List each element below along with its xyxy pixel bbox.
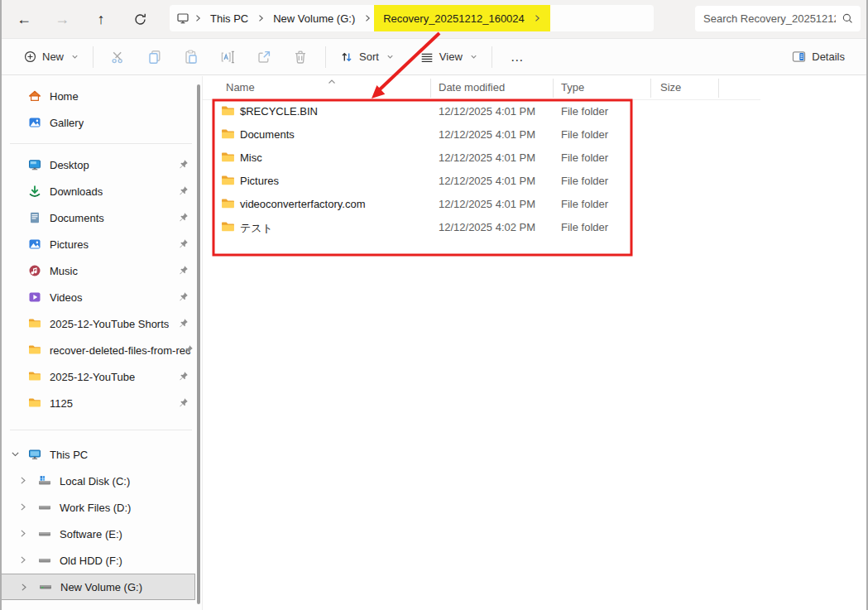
file-date-modified: 12/12/2025 4:02 PM [439, 221, 535, 233]
column-header-size[interactable]: Size [660, 81, 681, 94]
share-button[interactable] [246, 43, 282, 71]
new-button[interactable]: New [17, 43, 86, 71]
see-more-button[interactable]: … [499, 50, 537, 65]
file-row[interactable]: videoconverterfactory.com 12/12/2025 4:0… [203, 193, 868, 216]
sidebar-item-new-volume-g[interactable]: New Volume (G:) [0, 574, 195, 600]
breadcrumb-highlight: Recovery_20251212_160024 [374, 5, 550, 31]
sidebar-item-old-hdd-f[interactable]: Old HDD (F:) [0, 547, 202, 574]
breadcrumb-item-new-volume[interactable]: New Volume (G:) [267, 12, 361, 25]
file-date-modified: 12/12/2025 4:01 PM [439, 151, 535, 164]
pictures-icon [28, 238, 41, 251]
file-row[interactable]: Misc 12/12/2025 4:01 PM File folder [203, 146, 868, 170]
sidebar-item-desktop[interactable]: Desktop [0, 151, 202, 178]
column-header-name[interactable]: Name [226, 81, 255, 94]
sidebar-item-downloads[interactable]: Downloads [0, 178, 202, 204]
sidebar-item-music[interactable]: Music [0, 257, 202, 284]
window-border-left [0, 0, 2, 610]
navigation-bar: ← → ↑ This PC New Volume (G:) Recovery_2… [0, 0, 868, 38]
file-date-modified: 12/12/2025 4:01 PM [439, 198, 535, 210]
breadcrumb-item-recovery-folder[interactable]: Recovery_20251212_160024 [377, 12, 530, 25]
toolbar-separator [93, 46, 94, 68]
file-type: File folder [561, 151, 608, 164]
folder-icon [221, 197, 235, 211]
sidebar-item-recover-deleted-folder[interactable]: recover-deleted-files-from-rec [0, 337, 202, 363]
chevron-right-icon [254, 13, 267, 23]
sidebar-item-documents[interactable]: Documents [0, 204, 202, 231]
folder-icon [221, 220, 235, 234]
sidebar-item-label: Home [50, 90, 79, 103]
breadcrumb-item-this-pc[interactable]: This PC [204, 12, 254, 25]
rename-button[interactable] [209, 43, 246, 71]
sidebar-item-this-pc[interactable]: This PC [0, 441, 202, 468]
view-button-label: View [439, 50, 463, 63]
column-divider[interactable] [650, 79, 651, 98]
new-button-label: New [42, 50, 64, 63]
sidebar-scrollbar[interactable] [197, 84, 200, 604]
share-icon [256, 49, 272, 65]
sidebar-item-videos[interactable]: Videos [0, 284, 202, 310]
chevron-right-icon[interactable] [17, 475, 28, 486]
copy-button[interactable] [137, 43, 173, 71]
back-button[interactable]: ← [10, 6, 38, 32]
toolbar-separator [325, 46, 326, 68]
downloads-icon [28, 185, 41, 198]
sidebar-item-home[interactable]: Home [0, 83, 202, 109]
view-icon [420, 50, 434, 65]
pin-icon [178, 212, 189, 223]
column-divider[interactable] [553, 79, 554, 98]
delete-button[interactable] [282, 43, 319, 71]
up-button[interactable]: ↑ [87, 6, 115, 32]
column-headers: Name Date modified Type Size [203, 76, 868, 100]
refresh-button[interactable] [126, 6, 154, 32]
cut-button[interactable] [100, 43, 137, 71]
file-name: Misc [240, 151, 262, 164]
folder-icon [221, 104, 235, 118]
file-date-modified: 12/12/2025 4:01 PM [439, 105, 535, 118]
sidebar-item-local-disk-c[interactable]: Local Disk (C:) [0, 468, 202, 494]
column-divider[interactable] [430, 79, 431, 98]
search-input[interactable]: Search Recovery_20251212_16 [695, 6, 861, 31]
sidebar-item-pictures[interactable]: Pictures [0, 231, 202, 257]
sidebar-item-1125-folder[interactable]: 1125 [0, 390, 202, 416]
chevron-right-icon[interactable] [17, 555, 28, 565]
sidebar-item-software-e[interactable]: Software (E:) [0, 521, 202, 547]
file-row[interactable]: Documents 12/12/2025 4:01 PM File folder [203, 123, 868, 146]
videos-icon [28, 291, 41, 304]
file-row[interactable]: Pictures 12/12/2025 4:01 PM File folder [203, 170, 868, 193]
pin-icon [183, 344, 194, 355]
folder-icon [28, 317, 41, 330]
chevron-right-icon[interactable] [17, 502, 28, 512]
sidebar-item-gallery[interactable]: Gallery [0, 109, 202, 136]
sidebar-item-youtube-shorts-folder[interactable]: 2025-12-YouTube Shorts [0, 310, 202, 337]
details-button[interactable]: Details [784, 43, 851, 71]
column-header-date-modified[interactable]: Date modified [439, 81, 505, 94]
copy-icon [146, 49, 163, 65]
windows-drive-icon [38, 474, 51, 488]
sidebar-item-youtube-folder[interactable]: 2025-12-YouTube [0, 363, 202, 390]
file-type: File folder [561, 175, 608, 187]
chevron-right-icon[interactable] [18, 582, 29, 593]
pin-icon [178, 371, 189, 382]
folder-icon [221, 151, 235, 165]
pin-icon [178, 159, 189, 170]
view-button[interactable]: View [413, 43, 485, 71]
file-type: File folder [561, 198, 608, 210]
chevron-right-icon[interactable] [17, 528, 28, 539]
column-divider[interactable] [718, 79, 719, 98]
chevron-down-icon[interactable] [10, 449, 21, 459]
file-row[interactable]: $RECYCLE.BIN 12/12/2025 4:01 PM File fol… [203, 100, 868, 123]
forward-button[interactable]: → [48, 6, 76, 32]
desktop-icon [28, 158, 41, 171]
chevron-right-icon [191, 13, 204, 23]
column-header-type[interactable]: Type [561, 81, 584, 94]
drive-icon [39, 580, 52, 593]
folder-icon [221, 127, 235, 142]
rename-icon [219, 49, 236, 65]
search-icon [842, 12, 854, 25]
sidebar-item-work-files-d[interactable]: Work Files (D:) [0, 494, 202, 521]
paste-button[interactable] [173, 43, 209, 71]
file-row[interactable]: テスト 12/12/2025 4:02 PM File folder [203, 216, 868, 239]
pin-icon [178, 291, 189, 302]
sort-button[interactable]: Sort [333, 43, 401, 71]
sidebar-item-label: New Volume (G:) [60, 581, 142, 593]
